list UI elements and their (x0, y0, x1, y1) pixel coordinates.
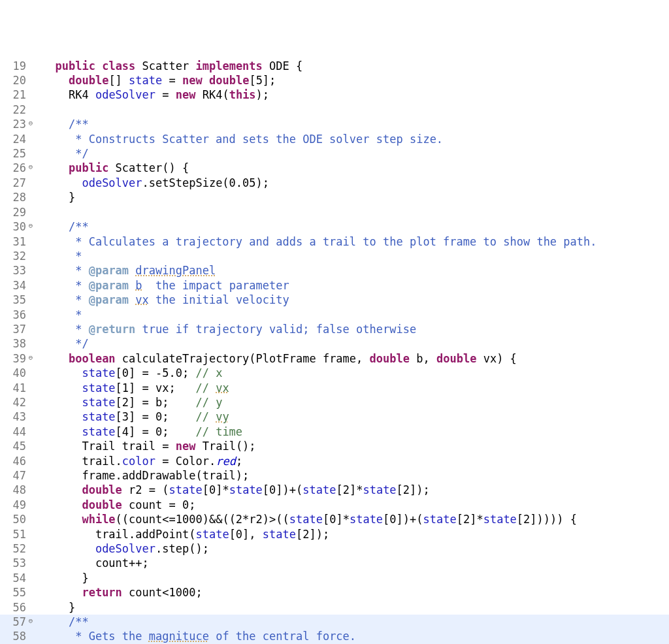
code-line[interactable]: 41 state[1] = vx; // vx (0, 381, 669, 395)
code-content[interactable]: double r2 = (state[0]*state[0])+(state[2… (38, 483, 430, 497)
code-content[interactable]: public Scatter() { (38, 161, 189, 175)
gutter[interactable]: 22 (0, 103, 38, 117)
gutter[interactable]: 50 (0, 512, 38, 526)
code-content[interactable]: public class Scatter implements ODE { (38, 59, 302, 73)
gutter[interactable]: 46 (0, 454, 38, 468)
code-content[interactable]: * @return true if trajectory valid; fals… (38, 322, 416, 336)
code-line[interactable]: 45 Trail trail = new Trail(); (0, 439, 669, 453)
gutter[interactable]: 19 (0, 59, 38, 73)
code-content[interactable]: /** (38, 219, 89, 234)
code-line[interactable]: 37 * @return true if trajectory valid; f… (0, 322, 669, 336)
gutter[interactable]: 41 (0, 381, 38, 395)
code-content[interactable]: double[] state = new double[5]; (38, 73, 276, 88)
code-content[interactable]: * Gets the magnituce of the central forc… (38, 629, 356, 643)
fold-toggle-icon[interactable]: ⊖ (26, 160, 35, 174)
fold-toggle-icon[interactable]: ⊖ (26, 351, 35, 365)
gutter[interactable]: 39⊖ (0, 351, 38, 366)
code-line[interactable]: 23⊖ /** (0, 117, 669, 131)
fold-toggle-icon[interactable]: ⊖ (26, 219, 35, 233)
code-content[interactable]: RK4 odeSolver = new RK4(this); (38, 88, 269, 102)
code-content[interactable]: trail.color = Color.red; (38, 454, 242, 468)
gutter[interactable]: 27 (0, 176, 38, 190)
code-content[interactable]: */ (38, 146, 89, 161)
code-line[interactable]: 22 (0, 103, 669, 117)
code-content[interactable]: state[1] = vx; // vx (38, 381, 229, 395)
gutter[interactable]: 26⊖ (0, 161, 38, 175)
gutter[interactable]: 30⊖ (0, 219, 38, 234)
code-content[interactable]: odeSolver.setStepSize(0.05); (38, 176, 269, 190)
code-content[interactable]: state[3] = 0; // vy (38, 410, 229, 424)
code-line[interactable]: 40 state[0] = -5.0; // x (0, 366, 669, 380)
code-line[interactable]: 24 * Constructs Scatter and sets the ODE… (0, 132, 669, 146)
code-line[interactable]: 35 * @param vx the initial velocity (0, 293, 669, 307)
code-content[interactable]: while((count<=1000)&&((2*r2)>((state[0]*… (38, 512, 577, 526)
gutter[interactable]: 21 (0, 88, 38, 102)
code-line[interactable]: 39⊖ boolean calculateTrajectory(PlotFram… (0, 351, 669, 366)
gutter[interactable]: 49 (0, 498, 38, 512)
fold-toggle-icon[interactable]: ⊖ (26, 116, 35, 131)
gutter[interactable]: 32 (0, 249, 38, 263)
gutter[interactable]: 57⊖ (0, 615, 38, 629)
code-content[interactable]: } (38, 571, 89, 585)
gutter[interactable]: 28 (0, 190, 38, 204)
code-editor[interactable]: 19 public class Scatter implements ODE {… (0, 59, 669, 644)
gutter[interactable]: 35 (0, 293, 38, 307)
gutter[interactable]: 54 (0, 571, 38, 585)
code-line[interactable]: 31 * Calculates a trajectory and adds a … (0, 234, 669, 249)
gutter[interactable]: 56 (0, 600, 38, 615)
code-line[interactable]: 55 return count<1000; (0, 585, 669, 600)
gutter[interactable]: 23⊖ (0, 117, 38, 131)
code-line[interactable]: 50 while((count<=1000)&&((2*r2)>((state[… (0, 512, 669, 526)
gutter[interactable]: 51 (0, 527, 38, 541)
code-line[interactable]: 27 odeSolver.setStepSize(0.05); (0, 176, 669, 190)
gutter[interactable]: 40 (0, 366, 38, 380)
code-line[interactable]: 32 * (0, 249, 669, 263)
gutter[interactable]: 37 (0, 322, 38, 336)
gutter[interactable]: 20 (0, 73, 38, 88)
code-content[interactable]: state[0] = -5.0; // x (38, 366, 222, 380)
code-line[interactable]: 20 double[] state = new double[5]; (0, 73, 669, 88)
code-line[interactable]: 25 */ (0, 146, 669, 161)
code-line[interactable]: 30⊖ /** (0, 219, 669, 234)
gutter[interactable]: 48 (0, 483, 38, 497)
code-content[interactable]: odeSolver.step(); (38, 541, 209, 556)
code-line[interactable]: 57⊖ /** (0, 615, 669, 629)
gutter[interactable]: 36 (0, 308, 38, 322)
code-content[interactable]: count++; (38, 556, 149, 570)
gutter[interactable]: 47 (0, 468, 38, 483)
code-line[interactable]: 19 public class Scatter implements ODE { (0, 59, 669, 73)
code-line[interactable]: 33 * @param drawingPanel (0, 263, 669, 278)
code-content[interactable]: * @param b the impact parameter (38, 278, 289, 293)
code-content[interactable]: */ (38, 336, 89, 351)
code-line[interactable]: 46 trail.color = Color.red; (0, 454, 669, 468)
gutter[interactable]: 55 (0, 585, 38, 600)
code-line[interactable]: 29 (0, 205, 669, 219)
code-content[interactable]: trail.addPoint(state[0], state[2]); (38, 527, 329, 541)
code-line[interactable]: 44 state[4] = 0; // time (0, 425, 669, 439)
gutter[interactable]: 45 (0, 439, 38, 453)
code-line[interactable]: 48 double r2 = (state[0]*state[0])+(stat… (0, 483, 669, 497)
code-content[interactable]: state[2] = b; // y (38, 395, 222, 410)
gutter[interactable]: 33 (0, 263, 38, 278)
gutter[interactable]: 38 (0, 336, 38, 351)
code-content[interactable]: * Calculates a trajectory and adds a tra… (38, 234, 597, 249)
gutter[interactable]: 44 (0, 425, 38, 439)
code-content[interactable]: /** (38, 615, 89, 629)
code-line[interactable]: 42 state[2] = b; // y (0, 395, 669, 410)
code-line[interactable]: 52 odeSolver.step(); (0, 541, 669, 556)
code-line[interactable]: 53 count++; (0, 556, 669, 570)
gutter[interactable]: 53 (0, 556, 38, 570)
code-content[interactable]: double count = 0; (38, 498, 195, 512)
code-content[interactable]: boolean calculateTrajectory(PlotFrame fr… (38, 351, 517, 366)
code-content[interactable]: frame.addDrawable(trail); (38, 468, 249, 483)
code-content[interactable]: * @param drawingPanel (38, 263, 216, 278)
code-line[interactable]: 21 RK4 odeSolver = new RK4(this); (0, 88, 669, 102)
gutter[interactable]: 31 (0, 234, 38, 249)
gutter[interactable]: 58 (0, 629, 38, 643)
code-line[interactable]: 34 * @param b the impact parameter (0, 278, 669, 293)
code-line[interactable]: 26⊖ public Scatter() { (0, 161, 669, 175)
code-content[interactable]: * (38, 249, 82, 263)
code-line[interactable]: 51 trail.addPoint(state[0], state[2]); (0, 527, 669, 541)
code-content[interactable]: * Constructs Scatter and sets the ODE so… (38, 132, 443, 146)
code-content[interactable]: } (38, 190, 75, 204)
